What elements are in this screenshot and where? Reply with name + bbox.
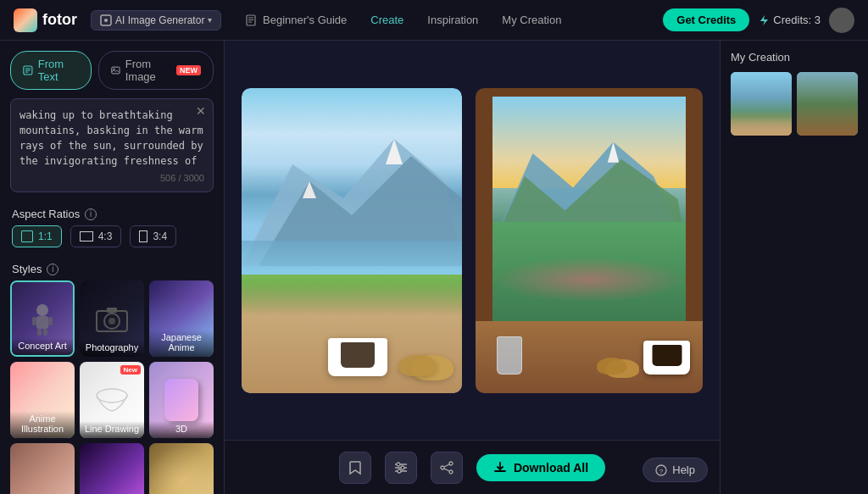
input-tabs: From Text From Image NEW: [0, 41, 224, 90]
style-anime-illustration-label: Anime Illustration: [10, 411, 75, 438]
help-label: Help: [672, 463, 695, 476]
chevron-down-icon: ▾: [208, 15, 212, 25]
share-button[interactable]: [431, 452, 463, 484]
style-line-drawing[interactable]: New Line Drawing: [80, 362, 144, 438]
get-credits-button[interactable]: Get Credits: [663, 8, 749, 31]
style-line-drawing-label: Line Drawing: [80, 421, 144, 438]
style-concept-art-label: Concept Art: [12, 338, 73, 355]
text-icon: [23, 64, 33, 76]
image-icon: [111, 64, 120, 76]
tab-from-text[interactable]: From Text: [10, 51, 92, 90]
lightning-icon: [758, 14, 770, 26]
style-row3-c[interactable]: [149, 443, 214, 494]
style-3d-label: 3D: [149, 421, 214, 438]
svg-point-22: [97, 389, 127, 402]
style-concept-art[interactable]: Concept Art: [10, 280, 75, 357]
main-layout: From Text From Image NEW ✕ waking up to …: [0, 41, 868, 494]
aspect-ratio-info-icon[interactable]: i: [85, 208, 97, 220]
tab-from-image[interactable]: From Image NEW: [98, 51, 214, 90]
ai-generator-button[interactable]: AI Image Generator ▾: [91, 10, 221, 31]
svg-rect-10: [112, 67, 120, 74]
main-nav: Beginner's Guide Create Inspiration My C…: [235, 8, 663, 32]
thumbnail-2[interactable]: [797, 72, 858, 136]
download-icon: [493, 461, 507, 475]
credits-display: Credits: 3: [758, 14, 821, 26]
style-photography-label: Photography: [80, 340, 144, 357]
download-all-label: Download All: [514, 461, 588, 475]
styles-grid: Concept Art Photography: [0, 280, 224, 494]
style-japanese-anime-label: Japanese Anime: [149, 330, 214, 357]
header: fotor AI Image Generator ▾ Beginner's Gu…: [0, 0, 868, 41]
aspect-ratio-options: 1:1 4:3 3:4: [0, 225, 224, 256]
prompt-input[interactable]: waking up to breathtaking mountains, bas…: [19, 108, 204, 167]
generated-images-area: [225, 41, 720, 440]
svg-rect-21: [107, 308, 117, 313]
style-3d[interactable]: 3D: [149, 362, 214, 438]
svg-rect-16: [37, 329, 42, 336]
logo-icon: [14, 8, 37, 32]
style-anime-illustration[interactable]: Anime Illustration: [10, 362, 75, 438]
bookmark-icon: [348, 460, 363, 475]
style-japanese-anime[interactable]: Japanese Anime: [149, 280, 214, 357]
thumbnail-1[interactable]: [731, 72, 792, 136]
generated-image-1[interactable]: [242, 88, 462, 393]
ratio-3-4[interactable]: 3:4: [130, 225, 176, 247]
styles-section-label: Styles i: [0, 256, 224, 280]
generated-image-2[interactable]: [476, 88, 703, 393]
logo-text: fotor: [42, 11, 77, 29]
settings-button[interactable]: [385, 452, 417, 484]
ratio-3-4-icon: [139, 230, 147, 242]
tab-from-image-label: From Image: [125, 58, 171, 83]
clear-prompt-button[interactable]: ✕: [196, 104, 206, 118]
sliders-icon: [393, 460, 409, 475]
svg-rect-17: [43, 329, 47, 336]
svg-point-34: [401, 466, 404, 469]
center-content: Download All ? Help: [225, 41, 720, 494]
download-all-button[interactable]: Download All: [476, 454, 605, 481]
sidebar: From Text From Image NEW ✕ waking up to …: [0, 41, 225, 494]
nav-inspiration[interactable]: Inspiration: [417, 8, 488, 31]
share-icon: [439, 460, 454, 475]
ratio-4-3-icon: [80, 231, 93, 241]
style-photography[interactable]: Photography: [80, 280, 144, 357]
line-drawing-new-badge: New: [120, 365, 141, 375]
ai-icon: [100, 14, 112, 26]
user-avatar[interactable]: [829, 8, 854, 33]
svg-point-20: [108, 318, 115, 325]
nav-create[interactable]: Create: [360, 8, 414, 31]
svg-point-12: [36, 304, 48, 316]
svg-text:?: ?: [659, 468, 664, 475]
my-creation-title: My Creation: [731, 51, 858, 64]
svg-point-38: [449, 470, 453, 474]
help-button[interactable]: ? Help: [643, 458, 708, 482]
ratio-4-3[interactable]: 4:3: [70, 225, 122, 247]
nav-beginners-guide[interactable]: Beginner's Guide: [235, 8, 357, 32]
svg-point-36: [449, 462, 453, 465]
style-row3-a[interactable]: [10, 443, 75, 494]
char-count: 506 / 3000: [19, 173, 204, 183]
svg-line-39: [444, 464, 449, 467]
svg-rect-15: [48, 317, 53, 325]
style-row3-b[interactable]: [80, 443, 144, 494]
bookmark-button[interactable]: [339, 452, 371, 484]
logo[interactable]: fotor: [14, 8, 77, 32]
svg-point-33: [397, 463, 400, 466]
ai-generator-label: AI Image Generator: [115, 14, 204, 26]
svg-line-40: [444, 469, 449, 471]
tab-from-text-label: From Text: [38, 58, 79, 83]
svg-rect-14: [32, 317, 36, 325]
styles-info-icon[interactable]: i: [47, 264, 58, 275]
prompt-container: ✕ waking up to breathtaking mountains, b…: [10, 98, 214, 192]
svg-point-37: [441, 466, 444, 469]
book-icon: [245, 14, 257, 26]
ratio-1-1-icon: [21, 230, 33, 242]
right-panel: My Creation: [720, 41, 868, 494]
nav-my-creation[interactable]: My Creation: [492, 8, 571, 31]
header-right: Get Credits Credits: 3: [663, 8, 854, 33]
svg-rect-13: [36, 316, 48, 329]
my-creation-thumbnails: [731, 72, 858, 136]
credits-label: Credits: 3: [773, 14, 821, 26]
aspect-ratios-section-label: Aspect Ratios i: [0, 201, 224, 225]
ratio-1-1[interactable]: 1:1: [12, 225, 62, 247]
svg-point-35: [398, 469, 401, 473]
